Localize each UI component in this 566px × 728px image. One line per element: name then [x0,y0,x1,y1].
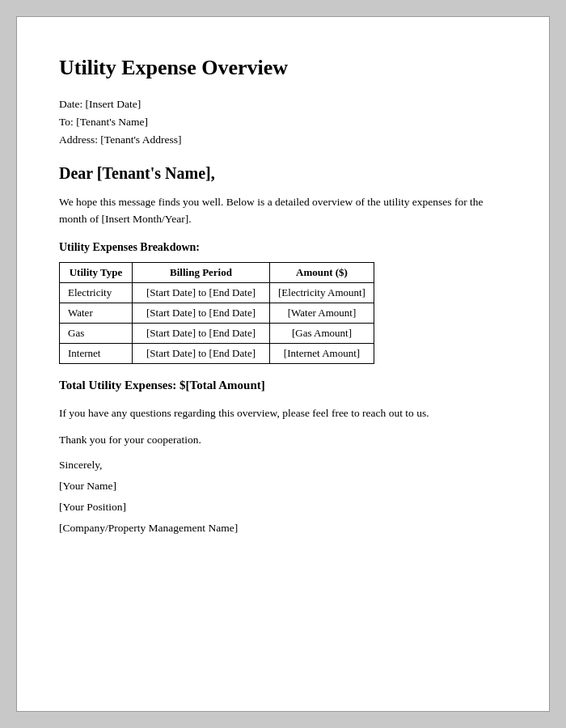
expenses-table: Utility Type Billing Period Amount ($) E… [59,262,374,364]
col-header-period: Billing Period [133,262,270,282]
table-row: Electricity[Start Date] to [End Date][El… [60,282,374,303]
cell-utility: Electricity [60,282,133,303]
cell-period: [Start Date] to [End Date] [133,282,270,303]
cell-amount: [Internet Amount] [270,343,374,363]
closing-line2: Thank you for your cooperation. [59,432,507,449]
col-header-amount: Amount ($) [270,262,374,282]
table-row: Internet[Start Date] to [End Date][Inter… [60,343,374,363]
cell-utility: Internet [60,343,133,363]
cell-period: [Start Date] to [End Date] [133,343,270,363]
breakdown-heading: Utility Expenses Breakdown: [59,241,507,254]
cell-utility: Gas [60,323,133,343]
closing-line1: If you have any questions regarding this… [59,405,507,422]
document-title: Utility Expense Overview [59,56,507,80]
address-line: Address: [Tenant's Address] [59,133,507,146]
cell-amount: [Electricity Amount] [270,282,374,303]
intro-text: We hope this message finds you well. Bel… [59,194,507,228]
greeting-heading: Dear [Tenant's Name], [59,164,507,183]
sincerely-line: Sincerely, [59,459,507,472]
table-row: Water[Start Date] to [End Date][Water Am… [60,303,374,323]
cell-period: [Start Date] to [End Date] [133,323,270,343]
col-header-utility: Utility Type [60,262,133,282]
total-line: Total Utility Expenses: $[Total Amount] [59,379,507,392]
company-name: [Company/Property Management Name] [59,522,507,535]
date-line: Date: [Insert Date] [59,98,507,111]
signature-block: Sincerely, [Your Name] [Your Position] [… [59,459,507,535]
table-row: Gas[Start Date] to [End Date][Gas Amount… [60,323,374,343]
signer-position: [Your Position] [59,501,507,514]
to-line: To: [Tenant's Name] [59,116,507,129]
cell-amount: [Water Amount] [270,303,374,323]
document-page: Utility Expense Overview Date: [Insert D… [16,16,550,712]
cell-amount: [Gas Amount] [270,323,374,343]
signer-name: [Your Name] [59,480,507,493]
cell-utility: Water [60,303,133,323]
cell-period: [Start Date] to [End Date] [133,303,270,323]
